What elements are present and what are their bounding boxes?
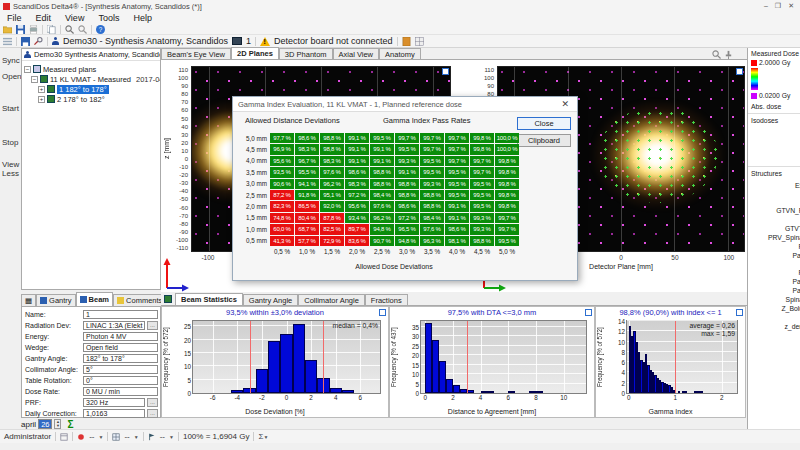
pin-icon[interactable]	[724, 50, 733, 59]
gamma-cell[interactable]: 98,8 %	[320, 144, 344, 154]
gamma-cell[interactable]: 95,6 %	[270, 156, 294, 166]
gamma-cell[interactable]: 99,1 %	[345, 156, 369, 166]
gamma-cell[interactable]: 90,7 %	[370, 236, 394, 246]
gamma-cell[interactable]: 86,5 %	[295, 201, 319, 211]
save-icon[interactable]	[16, 25, 25, 34]
gamma-cell[interactable]: 99,7 %	[395, 133, 419, 143]
maximize-icon[interactable]	[736, 68, 743, 75]
tab-gantry-angle[interactable]: Gantry Angle	[243, 294, 298, 305]
gamma-cell[interactable]: 92,0 %	[320, 201, 344, 211]
gamma-cell[interactable]: 98,4 %	[420, 213, 444, 223]
gamma-cell[interactable]: 98,8 %	[395, 190, 419, 200]
menu-item-edit[interactable]: Edit	[29, 13, 59, 23]
gamma-cell[interactable]: 99,1 %	[345, 133, 369, 143]
structure-item[interactable]: Par	[748, 252, 800, 260]
gamma-cell[interactable]: 99,3 %	[470, 213, 494, 223]
gamma-cell[interactable]: 98,8 %	[470, 236, 494, 246]
gamma-cell[interactable]: 99,1 %	[370, 156, 394, 166]
gamma-cell[interactable]: 99,7 %	[470, 167, 494, 177]
day-field[interactable]: 26	[38, 419, 52, 429]
gamma-cell[interactable]: 98,8 %	[395, 179, 419, 189]
gamma-cell[interactable]: 99,5 %	[370, 133, 394, 143]
minimize-button[interactable]: –	[764, 2, 768, 10]
gamma-cell[interactable]: 99,8 %	[470, 133, 494, 143]
gamma-cell[interactable]: 100,0 %	[495, 133, 519, 143]
maximize-icon[interactable]	[736, 309, 743, 316]
gamma-cell[interactable]: 99,7 %	[495, 224, 519, 234]
structure-item[interactable]: GTVN_F	[748, 207, 800, 215]
tab-comments[interactable]: Comments	[113, 294, 166, 306]
gamma-cell[interactable]: 95,1 %	[320, 190, 344, 200]
maximize-icon[interactable]	[442, 68, 449, 75]
field-input[interactable]: 5°	[83, 365, 158, 374]
gamma-cell[interactable]: 93,4 %	[345, 213, 369, 223]
gamma-cell[interactable]: 100,0 %	[495, 144, 519, 154]
tab-fractions[interactable]: Fractions	[365, 294, 408, 305]
list-icon[interactable]	[3, 37, 12, 46]
gamma-cell[interactable]: 99,8 %	[495, 190, 519, 200]
close-button[interactable]: Close	[517, 117, 571, 130]
menu-item-tools[interactable]: Tools	[91, 13, 126, 23]
gamma-cell[interactable]: 90,6 %	[270, 179, 294, 189]
gamma-cell[interactable]: 82,3 %	[270, 201, 294, 211]
gamma-cell[interactable]: 96,5 %	[395, 224, 419, 234]
gamma-cell[interactable]: 91,8 %	[295, 190, 319, 200]
gamma-cell[interactable]: 95,6 %	[345, 201, 369, 211]
field-input[interactable]: Photon 4 MV	[83, 332, 158, 341]
flag-icon[interactable]	[148, 433, 156, 441]
tab-3d-phantom[interactable]: 3D Phantom	[279, 48, 333, 59]
gamma-cell[interactable]: 98,6 %	[295, 133, 319, 143]
gamma-cell[interactable]: 96,3 %	[420, 236, 444, 246]
gamma-cell[interactable]: 89,7 %	[345, 224, 369, 234]
gamma-cell[interactable]: 99,5 %	[470, 179, 494, 189]
more-button[interactable]: ...	[147, 321, 158, 330]
day-spinner[interactable]: ▲▼	[54, 419, 61, 429]
tab-beam-statistics[interactable]: Beam Statistics	[175, 293, 243, 305]
side-button-view[interactable]: View	[2, 160, 19, 169]
print-icon[interactable]	[29, 25, 38, 34]
open-folder-icon[interactable]	[3, 25, 12, 34]
record-icon[interactable]	[77, 433, 85, 441]
gamma-cell[interactable]: 93,5 %	[270, 167, 294, 177]
side-button-less[interactable]: Less	[2, 169, 19, 178]
gamma-cell[interactable]: 99,8 %	[495, 179, 519, 189]
tab-collimator-angle[interactable]: Collimator Angle	[298, 294, 365, 305]
gamma-cell[interactable]: 82,5 %	[320, 224, 344, 234]
close-button[interactable]: ✕	[788, 2, 794, 10]
gamma-cell[interactable]: 99,1 %	[445, 201, 469, 211]
gamma-cell[interactable]: 97,7 %	[270, 133, 294, 143]
maximize-button[interactable]: ❐	[775, 2, 781, 10]
tab-gantry[interactable]: Gantry	[36, 294, 76, 306]
dialog-title-bar[interactable]: Gamma Index Evaluation, 11 KL VMAT - 1, …	[233, 97, 577, 112]
gamma-cell[interactable]: 98,8 %	[370, 179, 394, 189]
gamma-cell[interactable]: 99,3 %	[420, 179, 444, 189]
side-button-start[interactable]: Start	[2, 104, 19, 113]
window-icon[interactable]	[60, 433, 68, 441]
structure-item[interactable]: z_den	[748, 323, 800, 331]
gamma-cell[interactable]: 99,1 %	[370, 144, 394, 154]
gamma-cell[interactable]: 99,1 %	[445, 213, 469, 223]
help-icon[interactable]: ?	[96, 25, 105, 34]
tree-item-beam-2[interactable]: +2 178° to 182°	[22, 94, 160, 104]
gamma-cell[interactable]: 41,3 %	[270, 236, 294, 246]
structure-item[interactable]: Par	[748, 278, 800, 286]
dropdown-arrow[interactable]: ▼	[169, 434, 174, 440]
notes-icon[interactable]	[402, 37, 411, 46]
menu-item-view[interactable]: View	[58, 13, 91, 23]
gamma-cell[interactable]: 87,2 %	[270, 190, 294, 200]
maximize-icon[interactable]	[585, 309, 592, 316]
gamma-cell[interactable]: 99,5 %	[420, 156, 444, 166]
sum-icon[interactable]: Σ	[67, 419, 73, 430]
tree-item-plan[interactable]: − 11 KL VMAT - Measured 2017-04-26 19:09	[22, 74, 160, 84]
field-input[interactable]: 0 MU / min	[83, 387, 158, 396]
gamma-cell[interactable]: 99,5 %	[445, 190, 469, 200]
side-button-sync[interactable]: Sync	[2, 56, 20, 65]
gamma-cell[interactable]: 99,8 %	[495, 156, 519, 166]
more-button[interactable]: ...	[147, 409, 158, 418]
gamma-cell[interactable]: 99,5 %	[445, 179, 469, 189]
gamma-cell[interactable]: 99,5 %	[470, 190, 494, 200]
gamma-cell[interactable]: 99,8 %	[495, 201, 519, 211]
gamma-cell[interactable]: 97,2 %	[345, 190, 369, 200]
gamma-cell[interactable]: 99,3 %	[470, 224, 494, 234]
tools-icon[interactable]	[34, 37, 43, 46]
